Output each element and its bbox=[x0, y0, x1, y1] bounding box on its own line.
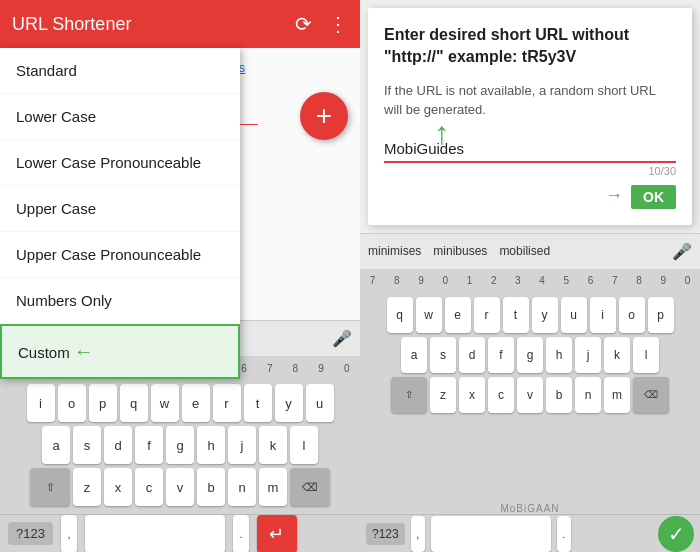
key-p[interactable]: u bbox=[306, 384, 334, 422]
key-v[interactable]: v bbox=[166, 468, 194, 506]
key-h[interactable]: h bbox=[197, 426, 225, 464]
right-row3: ⇧ z x c v b n m ⌫ bbox=[362, 377, 698, 413]
menu-item-numbers-only[interactable]: Numbers Only bbox=[0, 278, 240, 324]
key-j[interactable]: j bbox=[228, 426, 256, 464]
rkey-r[interactable]: r bbox=[474, 297, 500, 333]
ok-button[interactable]: OK bbox=[631, 185, 676, 209]
key-i[interactable]: t bbox=[244, 384, 272, 422]
rkey-k[interactable]: k bbox=[604, 337, 630, 373]
key-b[interactable]: b bbox=[197, 468, 225, 506]
check-button[interactable]: ✓ bbox=[658, 516, 694, 552]
rkey-c[interactable]: c bbox=[488, 377, 514, 413]
key-w[interactable]: o bbox=[58, 384, 86, 422]
arrow-right-icon: → bbox=[605, 185, 623, 209]
key-d[interactable]: d bbox=[104, 426, 132, 464]
rkey-x[interactable]: x bbox=[459, 377, 485, 413]
app-title: URL Shortener bbox=[12, 14, 295, 35]
rkey-i[interactable]: i bbox=[590, 297, 616, 333]
key-x[interactable]: x bbox=[104, 468, 132, 506]
key-comma-left[interactable]: , bbox=[61, 515, 77, 553]
rkey-g[interactable]: g bbox=[517, 337, 543, 373]
rkey-a[interactable]: a bbox=[401, 337, 427, 373]
key-r[interactable]: q bbox=[120, 384, 148, 422]
menu-item-upper-case-pronounceable[interactable]: Upper Case Pronounceable bbox=[0, 232, 240, 278]
key-shift[interactable]: ⇧ bbox=[30, 468, 70, 506]
right-mic-icon[interactable]: 🎤 bbox=[672, 242, 692, 261]
menu-item-lower-case[interactable]: Lower Case bbox=[0, 94, 240, 140]
key-c[interactable]: c bbox=[135, 468, 163, 506]
key-q[interactable]: i bbox=[27, 384, 55, 422]
right-content-wrapper: Enter desired short URL without "http://… bbox=[360, 0, 700, 552]
key-y[interactable]: e bbox=[182, 384, 210, 422]
key-m[interactable]: m bbox=[259, 468, 287, 506]
left-bottom-bar: ?123 , . ↵ bbox=[0, 514, 360, 552]
menu-item-custom[interactable]: Custom ← bbox=[0, 324, 240, 379]
key-g[interactable]: g bbox=[166, 426, 194, 464]
dialog-title: Enter desired short URL without "http://… bbox=[384, 24, 676, 69]
key-n[interactable]: n bbox=[228, 468, 256, 506]
key-o[interactable]: y bbox=[275, 384, 303, 422]
dialog-actions: → OK bbox=[384, 185, 676, 209]
rkey-e[interactable]: e bbox=[445, 297, 471, 333]
menu-item-upper-case[interactable]: Upper Case bbox=[0, 186, 240, 232]
rkey-j[interactable]: j bbox=[575, 337, 601, 373]
key-enter-left[interactable]: ↵ bbox=[257, 515, 297, 553]
left-row3: ⇧ z x c v b n m ⌫ bbox=[2, 468, 358, 506]
menu-item-standard[interactable]: Standard bbox=[0, 48, 240, 94]
rkey-f[interactable]: f bbox=[488, 337, 514, 373]
rkey-period[interactable]: . bbox=[557, 516, 571, 552]
suggestion-minibuses: minibuses bbox=[433, 244, 487, 258]
history-icon[interactable]: ⟳ bbox=[295, 12, 312, 36]
rkey-t[interactable]: t bbox=[503, 297, 529, 333]
arrow-up-icon: ↑ bbox=[434, 117, 450, 149]
dropdown-menu: Standard Lower Case Lower Case Pronounce… bbox=[0, 48, 240, 379]
rkey-l[interactable]: l bbox=[633, 337, 659, 373]
rkey-y[interactable]: y bbox=[532, 297, 558, 333]
char-count: 10/30 bbox=[384, 165, 676, 177]
rkey-u[interactable]: u bbox=[561, 297, 587, 333]
rkey-p[interactable]: p bbox=[648, 297, 674, 333]
key-123-left[interactable]: ?123 bbox=[8, 522, 53, 545]
rkey-o[interactable]: o bbox=[619, 297, 645, 333]
suggestion-minimises: minimises bbox=[368, 244, 421, 258]
key-f[interactable]: f bbox=[135, 426, 163, 464]
rkey-q[interactable]: q bbox=[387, 297, 413, 333]
app-bar-icons: ⟳ ⋮ bbox=[295, 12, 348, 36]
rkey-s[interactable]: s bbox=[430, 337, 456, 373]
key-t[interactable]: w bbox=[151, 384, 179, 422]
rkey-comma[interactable]: , bbox=[411, 516, 425, 552]
right-row2: a s d f g h j k l bbox=[362, 337, 698, 373]
rkey-n[interactable]: n bbox=[575, 377, 601, 413]
key-u[interactable]: r bbox=[213, 384, 241, 422]
right-row1: q w e r t y u i o p bbox=[362, 297, 698, 333]
rkey-w[interactable]: w bbox=[416, 297, 442, 333]
key-backspace[interactable]: ⌫ bbox=[290, 468, 330, 506]
rkey-m[interactable]: m bbox=[604, 377, 630, 413]
rkey-space[interactable] bbox=[431, 516, 551, 552]
key-l[interactable]: l bbox=[290, 426, 318, 464]
key-a[interactable]: a bbox=[42, 426, 70, 464]
key-period-left[interactable]: . bbox=[233, 515, 249, 553]
rkey-h[interactable]: h bbox=[546, 337, 572, 373]
fab-button[interactable]: + bbox=[300, 92, 348, 140]
rkey-z[interactable]: z bbox=[430, 377, 456, 413]
rkey-b[interactable]: b bbox=[546, 377, 572, 413]
mic-icon[interactable]: 🎤 bbox=[332, 329, 352, 348]
left-row1: i o p q w e r t y u bbox=[2, 384, 358, 422]
rkey-123[interactable]: ?123 bbox=[366, 523, 405, 545]
rkey-backspace[interactable]: ⌫ bbox=[633, 377, 669, 413]
more-icon[interactable]: ⋮ bbox=[328, 12, 348, 36]
key-z[interactable]: z bbox=[73, 468, 101, 506]
short-url-input[interactable] bbox=[384, 136, 676, 163]
key-space-left[interactable] bbox=[85, 515, 225, 553]
rkey-shift[interactable]: ⇧ bbox=[391, 377, 427, 413]
key-s[interactable]: s bbox=[73, 426, 101, 464]
key-k[interactable]: k bbox=[259, 426, 287, 464]
left-row2: a s d f g h j k l bbox=[2, 426, 358, 464]
rkey-v[interactable]: v bbox=[517, 377, 543, 413]
right-panel: Enter desired short URL without "http://… bbox=[360, 0, 700, 552]
dialog-subtitle: If the URL is not available, a random sh… bbox=[384, 81, 676, 120]
rkey-d[interactable]: d bbox=[459, 337, 485, 373]
key-e[interactable]: p bbox=[89, 384, 117, 422]
menu-item-lower-case-pronounceable[interactable]: Lower Case Pronounceable bbox=[0, 140, 240, 186]
